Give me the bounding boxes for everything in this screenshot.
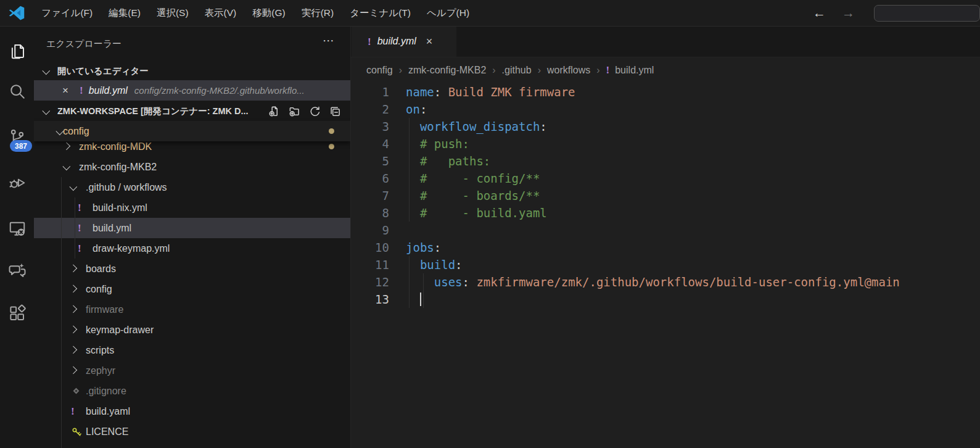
- tree-item-build-nix.yml[interactable]: !build-nix.yml: [34, 197, 350, 218]
- tab-build-yml[interactable]: ! build.yml ×: [352, 26, 456, 57]
- menu-selection[interactable]: 選択(S): [149, 4, 197, 22]
- breadcrumb-item[interactable]: zmk-config-MKB2: [408, 65, 486, 76]
- tree-item-scripts[interactable]: scripts: [34, 340, 350, 360]
- tree-item-build.yaml[interactable]: !build.yaml: [34, 401, 350, 421]
- code-line-12[interactable]: 12 uses: zmkfirmware/zmk/.github/workflo…: [351, 273, 980, 291]
- tree-item-config[interactable]: config: [34, 279, 350, 299]
- tree-item-label: zephyr: [86, 365, 115, 376]
- search-icon[interactable]: [0, 77, 34, 106]
- workspace-section-header[interactable]: ZMK-WORKSPACE [開発コンテナー: ZMK D...: [34, 101, 350, 122]
- chevron-right-icon: [69, 325, 77, 333]
- extensions-icon[interactable]: [0, 299, 34, 328]
- breadcrumb-item[interactable]: config: [366, 65, 393, 76]
- tree-item-firmware[interactable]: firmware: [34, 299, 350, 320]
- new-folder-icon[interactable]: [287, 104, 301, 118]
- code-line-9[interactable]: 9: [351, 222, 980, 239]
- yaml-file-icon: !: [78, 202, 81, 213]
- code-line-7[interactable]: 7 # - boards/**: [351, 187, 980, 204]
- chevron-right-icon: [69, 346, 77, 354]
- scm-count-badge: 387: [10, 140, 32, 152]
- breadcrumb-item[interactable]: build.yml: [615, 65, 654, 76]
- menu-edit[interactable]: 編集(E): [101, 4, 149, 22]
- tree-item-label: build.yml: [93, 223, 131, 234]
- code-line-4[interactable]: 4 # push:: [351, 135, 980, 152]
- code-line-13[interactable]: 13: [351, 291, 980, 308]
- tree-item-zmk-config-mkb2[interactable]: zmk-config-MKB2: [34, 157, 350, 177]
- code-line-1[interactable]: 1name: Build ZMK firmware: [351, 83, 980, 101]
- forward-arrow-icon[interactable]: →: [834, 6, 863, 20]
- open-editor-item-build-yml[interactable]: × ! build.yml config/zmk-config-MKB2/.gi…: [34, 80, 350, 101]
- line-number: 2: [351, 101, 389, 118]
- breadcrumb-item[interactable]: workflows: [547, 65, 590, 76]
- breadcrumb-separator: ›: [492, 65, 495, 76]
- code-area[interactable]: 1name: Build ZMK firmware2on:3 workflow_…: [351, 83, 980, 448]
- menu-run[interactable]: 実行(R): [294, 4, 342, 22]
- vscode-logo-icon: [8, 4, 25, 22]
- refresh-icon[interactable]: [308, 104, 321, 118]
- menu-help[interactable]: ヘルプ(H): [419, 4, 477, 22]
- tree-item-zephyr[interactable]: zephyr: [34, 360, 350, 381]
- line-number: 11: [351, 256, 389, 273]
- chevron-down-icon: [42, 107, 50, 115]
- line-content: [406, 291, 421, 308]
- line-content: build:: [406, 256, 463, 273]
- tree-item-label: .gitignore: [86, 386, 126, 397]
- sticky-tree-row-config[interactable]: config: [34, 121, 350, 141]
- run-debug-icon[interactable]: [0, 167, 34, 197]
- open-editor-file-path: config/zmk-config-MKB2/.github/workflo..…: [134, 85, 305, 96]
- tab-bar: ! build.yml ×: [351, 26, 980, 57]
- menu-bar: ファイル(F)編集(E)選択(S)表示(V)移動(G)実行(R)ターミナル(T)…: [33, 0, 477, 26]
- line-number: 12: [351, 273, 389, 291]
- tree-item-label: build-nix.yml: [93, 202, 147, 214]
- line-content: # push:: [406, 135, 469, 152]
- code-line-3[interactable]: 3 workflow_dispatch:: [351, 118, 980, 135]
- more-actions-icon[interactable]: ⋯: [323, 33, 336, 48]
- back-arrow-icon[interactable]: ←: [805, 6, 834, 20]
- tab-label: build.yml: [377, 36, 416, 47]
- collapse-all-icon[interactable]: [328, 104, 342, 118]
- code-line-5[interactable]: 5 # paths:: [351, 152, 980, 170]
- menu-view[interactable]: 表示(V): [197, 4, 245, 22]
- tree-item-licence[interactable]: LICENCE: [34, 421, 350, 442]
- explorer-icon[interactable]: [0, 36, 34, 66]
- line-content: workflow_dispatch:: [406, 118, 547, 135]
- code-line-2[interactable]: 2on:: [351, 101, 980, 118]
- tree-item-draw-keymap.yml[interactable]: !draw-keymap.yml: [34, 238, 350, 259]
- tree-item-.github-workflows[interactable]: .github / workflows: [34, 177, 350, 197]
- line-number: 4: [351, 135, 389, 152]
- code-line-10[interactable]: 10jobs:: [351, 239, 980, 256]
- line-content: on:: [406, 101, 427, 118]
- title-bar: ファイル(F)編集(E)選択(S)表示(V)移動(G)実行(R)ターミナル(T)…: [0, 0, 980, 27]
- breadcrumb-item[interactable]: .github: [502, 65, 532, 76]
- tree-item-.gitignore[interactable]: .gitignore: [34, 381, 350, 401]
- open-editors-section-header[interactable]: 開いているエディター: [34, 62, 350, 80]
- line-content: jobs:: [406, 239, 441, 256]
- tree-item-build.yml[interactable]: !build.yml: [34, 218, 350, 238]
- chevron-right-icon: [62, 142, 70, 150]
- line-number: 8: [351, 204, 389, 222]
- chat-icon[interactable]: [0, 255, 34, 285]
- code-line-8[interactable]: 8 # - build.yaml: [351, 204, 980, 222]
- tree-item-label: draw-keymap.yml: [93, 243, 170, 254]
- activity-bar: 387: [0, 26, 34, 448]
- tree-item-keymap-drawer[interactable]: keymap-drawer: [34, 320, 350, 340]
- tree-item-boards[interactable]: boards: [34, 259, 350, 279]
- tree-item-label: config: [86, 284, 112, 295]
- source-control-icon[interactable]: 387: [0, 122, 34, 152]
- line-number: 5: [351, 152, 389, 170]
- chevron-right-icon: [69, 305, 77, 313]
- chevron-down-icon: [69, 183, 77, 191]
- menu-terminal[interactable]: ターミナル(T): [342, 4, 419, 22]
- code-line-11[interactable]: 11 build:: [351, 256, 980, 273]
- tree-item-label: config: [63, 126, 89, 137]
- remote-explorer-icon[interactable]: [0, 214, 34, 243]
- code-line-6[interactable]: 6 # - config/**: [351, 170, 980, 187]
- menu-file[interactable]: ファイル(F): [33, 4, 101, 22]
- close-icon[interactable]: ×: [426, 35, 433, 48]
- tree-item-label: keymap-drawer: [86, 325, 154, 336]
- close-icon[interactable]: ×: [62, 85, 75, 97]
- menu-go[interactable]: 移動(G): [244, 4, 293, 22]
- command-center-searchbox[interactable]: [874, 5, 980, 22]
- new-file-icon[interactable]: [267, 104, 281, 118]
- tree-item-readme.md[interactable]: README.md: [34, 442, 350, 448]
